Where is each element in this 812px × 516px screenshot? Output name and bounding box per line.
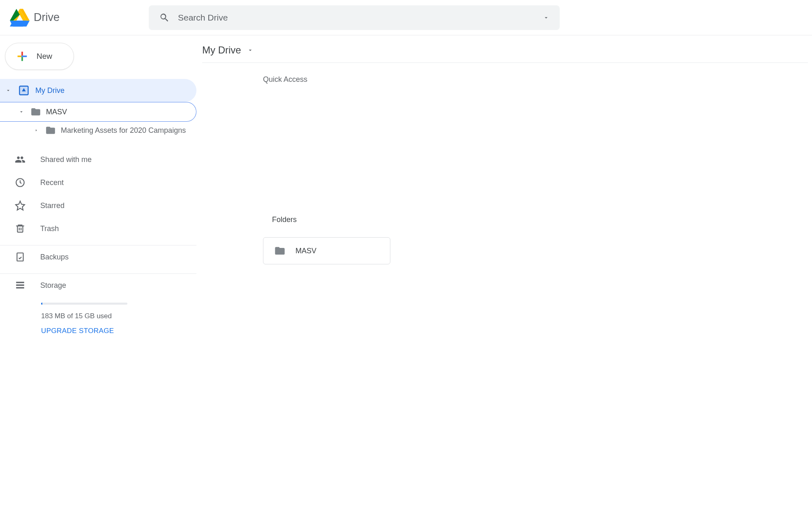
plus-icon [15,49,29,63]
svg-rect-4 [21,52,23,56]
sidebar-item-label: Storage [40,281,66,290]
folders-label: Folders [272,215,808,224]
sidebar-item-backups[interactable]: Backups [0,245,196,268]
app-header: Drive [0,0,812,35]
search-options-caret-icon[interactable] [543,14,549,21]
upgrade-storage-link[interactable]: UPGRADE STORAGE [41,327,196,335]
app-name: Drive [34,11,60,24]
sidebar-item-my-drive[interactable]: My Drive [0,79,196,102]
search-input[interactable] [178,13,535,23]
new-button[interactable]: New [5,43,74,70]
sidebar: New My Drive MASV [0,35,196,335]
sidebar-item-label: Starred [40,201,65,210]
tree-item-masv[interactable]: MASV [0,102,196,122]
folder-icon [274,245,286,257]
main-content: My Drive Quick Access Folders MASV [196,35,812,335]
folder-icon [45,125,56,136]
svg-marker-1 [10,9,20,21]
drive-folder-icon [18,85,30,96]
storage-icon [15,280,25,291]
new-button-label: New [37,52,52,61]
sidebar-item-label: My Drive [35,86,65,95]
sidebar-item-label: Backups [40,253,69,261]
storage-meter [41,303,127,305]
quick-access-label: Quick Access [263,75,808,84]
sidebar-item-starred[interactable]: Starred [0,194,196,217]
people-icon [15,154,25,165]
sidebar-item-storage[interactable]: Storage [0,274,196,297]
svg-rect-14 [17,253,23,261]
svg-rect-15 [16,282,24,283]
storage-block: 183 MB of 15 GB used UPGRADE STORAGE [0,297,196,335]
sidebar-item-shared[interactable]: Shared with me [0,148,196,171]
folder-card[interactable]: MASV [263,237,390,264]
chevron-down-icon[interactable] [247,47,254,53]
clock-icon [15,177,25,188]
svg-rect-6 [18,56,21,57]
breadcrumb[interactable]: My Drive [202,44,808,63]
brand[interactable]: Drive [10,9,145,27]
svg-rect-5 [21,57,23,61]
svg-rect-17 [16,287,24,288]
chevron-down-icon[interactable] [17,109,25,115]
drive-logo-icon [10,9,30,27]
sidebar-item-label: Trash [40,224,59,233]
storage-usage-text: 183 MB of 15 GB used [41,312,196,320]
sidebar-item-trash[interactable]: Trash [0,217,196,240]
trash-icon [15,223,25,234]
chevron-right-icon[interactable] [32,128,40,133]
sidebar-item-recent[interactable]: Recent [0,171,196,194]
folder-card-label: MASV [295,247,316,255]
backups-icon [15,252,25,262]
chevron-down-icon[interactable] [4,88,12,93]
sidebar-item-label: Recent [40,178,64,187]
svg-rect-8 [21,56,23,57]
tree-item-label: MASV [46,108,67,116]
breadcrumb-label: My Drive [202,44,241,56]
sidebar-item-label: Shared with me [40,155,92,164]
tree-item-marketing[interactable]: Marketing Assets for 2020 Campaigns [0,122,196,139]
search-icon[interactable] [159,12,170,23]
search-bar[interactable] [149,5,560,30]
star-icon [15,200,25,211]
quick-access-area [202,84,808,215]
tree-item-label: Marketing Assets for 2020 Campaigns [61,126,186,135]
svg-rect-16 [16,285,24,286]
svg-rect-7 [23,56,27,57]
svg-rect-13 [18,226,23,232]
folder-icon [30,106,41,117]
